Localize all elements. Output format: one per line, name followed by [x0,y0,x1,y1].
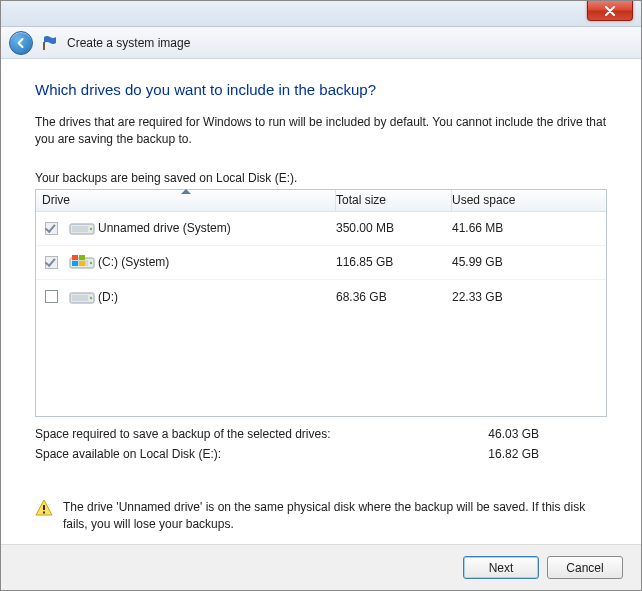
table-header[interactable]: Drive Total size Used space [36,190,606,212]
footer: Next Cancel [1,544,641,590]
close-button[interactable] [587,1,633,21]
header-total[interactable]: Total size [336,190,452,211]
nav-bar: Create a system image [1,27,641,59]
summary: Space required to save a backup of the s… [35,427,607,461]
svg-rect-9 [72,261,78,266]
space-required-label: Space required to save a backup of the s… [35,427,331,441]
svg-rect-15 [43,511,45,513]
saved-location-text: Your backups are being saved on Local Di… [35,171,607,185]
page-heading: Which drives do you want to include in t… [35,81,607,98]
header-total-label: Total size [336,193,386,207]
svg-point-3 [90,228,92,230]
drive-used-space: 41.66 MB [452,221,606,235]
svg-rect-14 [43,505,45,510]
header-used-label: Used space [452,193,515,207]
sort-caret-icon [181,189,191,194]
drive-used-space: 45.99 GB [452,255,606,269]
svg-point-13 [90,297,92,299]
drive-windows-icon [66,253,98,271]
svg-rect-12 [72,295,88,301]
warning-text: The drive 'Unnamed drive' is on the same… [63,499,607,533]
back-button[interactable] [9,31,33,55]
drive-name: Unnamed drive (System) [98,221,336,235]
header-drive[interactable]: Drive [36,190,336,211]
header-used[interactable]: Used space [452,193,606,207]
space-required-value: 46.03 GB [488,427,539,441]
drive-total-size: 116.85 GB [336,255,452,269]
space-available-label: Space available on Local Disk (E:): [35,447,221,461]
warning-icon [35,499,53,517]
svg-point-6 [90,262,92,264]
drive-total-size: 350.00 MB [336,221,452,235]
drive-name: (C:) (System) [98,255,336,269]
drive-used-space: 22.33 GB [452,290,606,304]
svg-rect-7 [72,255,78,260]
space-available-value: 16.82 GB [488,447,539,461]
drive-icon [66,219,98,237]
wizard-title: Create a system image [67,36,190,50]
svg-rect-8 [79,255,85,260]
title-bar [1,1,641,27]
drive-checkbox [45,256,58,269]
drive-name: (D:) [98,290,336,304]
warning-panel: The drive 'Unnamed drive' is on the same… [35,499,607,533]
drive-table: Drive Total size Used space Unnamed driv… [35,189,607,417]
svg-rect-2 [72,226,88,232]
drive-total-size: 68.36 GB [336,290,452,304]
table-row[interactable]: (D:)68.36 GB22.33 GB [36,280,606,314]
back-arrow-icon [15,37,27,49]
control-panel-icon [41,35,59,51]
svg-rect-0 [43,42,45,50]
drive-icon [66,288,98,306]
page-description: The drives that are required for Windows… [35,114,607,149]
drive-checkbox[interactable] [45,290,58,303]
close-icon [604,6,616,16]
table-row[interactable]: (C:) (System)116.85 GB45.99 GB [36,246,606,280]
svg-rect-10 [79,261,85,266]
table-row[interactable]: Unnamed drive (System)350.00 MB41.66 MB [36,212,606,246]
next-button[interactable]: Next [463,556,539,579]
drive-checkbox [45,222,58,235]
cancel-button[interactable]: Cancel [547,556,623,579]
header-drive-label: Drive [42,193,70,207]
